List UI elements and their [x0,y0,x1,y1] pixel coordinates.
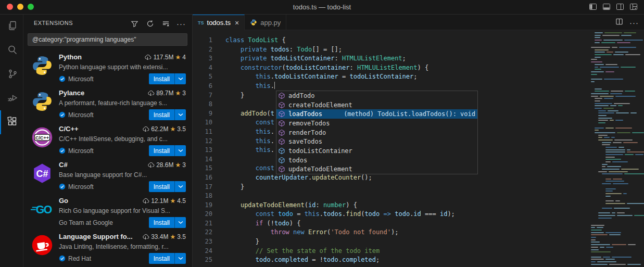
code-line[interactable]: 24 // Set the state of the todo item [193,247,588,256]
install-dropdown-icon[interactable] [174,181,186,192]
tab-todos-ts[interactable]: TS todos.ts × [193,15,245,30]
install-button[interactable]: Install [149,145,186,156]
extension-row[interactable]: GOGo12.1M★4.5Rich Go language support fo… [23,193,192,228]
line-content: this. [212,137,274,146]
filter-icon[interactable] [130,19,139,28]
suggest-label: removeTodos [288,120,330,127]
svg-text:GO: GO [36,204,52,216]
sidebar-item-extensions[interactable] [0,110,23,134]
suggest-label: createTodoElement [288,101,352,109]
extension-stats: 33.4M★3.5 [138,233,186,240]
code-line[interactable]: 21 if (!todo) { [193,219,588,228]
install-button[interactable]: Install [149,217,186,228]
extension-description: Rich Go language support for Visual S... [59,207,186,215]
tab-app-py[interactable]: app.py [245,15,286,30]
code-line[interactable]: 4 constructor(todoListContainer: HTMLULi… [193,63,588,73]
field-icon [278,147,286,155]
suggest-item[interactable]: createTodoElement [276,100,477,110]
suggest-item[interactable]: updateTodoElement [276,165,477,174]
code-line[interactable]: 1class TodoList { [193,36,588,45]
suggest-item[interactable]: loadTodos(method) TodoList.loadTodos(): … [276,109,477,119]
install-button-label[interactable]: Install [149,73,174,84]
install-dropdown-icon[interactable] [174,253,186,264]
extension-row[interactable]: Pylance89.7M★3A performant, feature-rich… [23,85,192,121]
install-button[interactable]: Install [149,73,186,84]
suggest-item[interactable]: removeTodos [276,119,477,128]
code-line[interactable]: 2 private todos: Todo[] = []; [193,45,588,55]
more-actions-icon[interactable]: ··· [629,18,639,27]
method-icon [278,137,286,146]
minimap-line [595,54,640,55]
install-button[interactable]: Install [149,181,186,192]
code-line[interactable]: 6 this. [193,82,588,91]
close-tab-icon[interactable]: × [235,19,239,27]
toggle-secondary-sidebar-icon[interactable] [616,3,624,11]
minimap[interactable] [588,30,644,267]
line-content: if (!todo) { [212,219,301,228]
code-line[interactable]: 23 } [193,237,588,247]
split-editor-icon[interactable] [615,18,623,27]
sidebar-item-run-debug[interactable] [0,86,23,110]
suggest-label: todoListContainer [288,147,352,155]
code-line[interactable]: 22 throw new Error('Todo not found'); [193,228,588,237]
code-line[interactable]: 16 counterUpdater.updateCounter(); [193,173,588,183]
minimap-line [598,110,618,111]
code-line[interactable]: 18 [193,192,588,201]
download-count: 89.7M [156,90,173,97]
toggle-primary-sidebar-icon[interactable] [589,3,597,11]
download-icon [142,197,149,205]
install-button-label[interactable]: Install [149,145,174,156]
extension-row[interactable]: Language Support fo...33.4M★3.5Java Lint… [23,228,192,264]
line-content: const [212,164,274,173]
suggest-item[interactable]: addTodo [276,91,477,100]
install-button-label[interactable]: Install [149,253,174,264]
suggest-item[interactable]: todos [276,156,477,165]
sidebar-item-search[interactable] [0,39,23,62]
suggest-item[interactable]: saveTodos [276,137,477,146]
star-icon: ★ [170,125,176,133]
line-number: 1 [193,36,212,45]
extension-row[interactable]: Python117.5M★4Python language support wi… [23,49,192,85]
install-button-label[interactable]: Install [149,181,174,192]
download-icon [142,233,149,240]
code-line[interactable]: 3 private todoListContainer: HTMLUListEl… [193,54,588,63]
suggest-item[interactable]: todoListContainer [276,146,477,156]
more-actions-icon[interactable]: ··· [176,19,186,28]
install-button-label[interactable]: Install [149,109,174,120]
refresh-icon[interactable] [145,19,155,28]
sidebar-item-source-control[interactable] [0,62,23,86]
install-dropdown-icon[interactable] [174,145,186,156]
vscode-window: { "window": { "title": "todos.ts — todo-… [0,0,644,267]
code-line[interactable]: 19 updateTodoElement(id: number) { [193,201,588,210]
download-count: 28.6M [156,161,173,169]
extension-stats: 62.2M★3.5 [138,125,186,133]
install-dropdown-icon[interactable] [174,217,186,228]
install-button[interactable]: Install [149,109,186,120]
clear-extension-search-icon[interactable] [161,19,170,28]
install-button-label[interactable]: Install [149,217,174,228]
minimap-line [595,42,630,43]
code-line[interactable]: 17 } [193,183,588,192]
minimap-line [598,112,637,113]
install-dropdown-icon[interactable] [174,109,186,120]
sidebar-item-explorer[interactable] [0,15,23,39]
code-line[interactable]: 20 const todo = this.todos.find(todo => … [193,210,588,219]
minimap-line [591,261,616,262]
extension-row[interactable]: C/C++C/C++62.2M★3.5C/C++ IntelliSense, d… [23,121,192,157]
code-line[interactable]: 5 this.todoListContainer = todoListConta… [193,72,588,82]
line-content [212,155,225,164]
extension-row[interactable]: C#C#28.6M★3Base language support for C#.… [23,157,192,193]
minimap-line [591,237,596,238]
field-icon [278,156,286,164]
minimap-line [591,241,600,243]
suggest-item[interactable]: renderTodo [276,128,477,137]
code-line[interactable]: 25 todo.completed = !todo.completed; [193,256,588,265]
customize-layout-icon[interactable] [629,3,638,11]
csharp-extension-icon: C# [31,162,54,185]
toggle-panel-icon[interactable] [602,3,611,11]
install-dropdown-icon[interactable] [174,73,186,84]
minimap-line [605,157,615,158]
install-button[interactable]: Install [149,253,186,264]
extension-publisher: Go Team at Google [59,219,113,226]
extensions-search-input[interactable] [28,33,187,46]
